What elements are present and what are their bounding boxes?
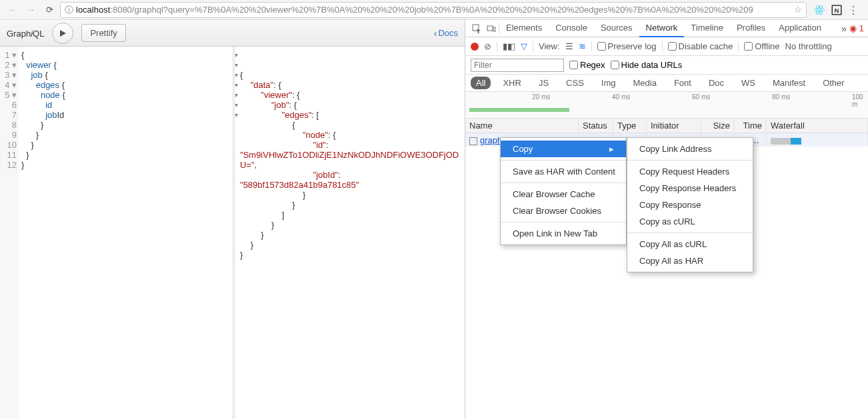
url-bar[interactable]: ⓘ localhost:8080/graphql?query=%7B%0A%20… [60,2,807,18]
context-submenu: Copy Link Address Copy Request Headers C… [627,137,753,272]
view-small-icon[interactable]: ≋ [579,41,586,51]
ctx-copy-curl[interactable]: Copy as cURL [627,213,753,230]
network-type-filters: AllXHRJSCSSImgMediaFontDocWSManifestOthe… [465,75,868,92]
result-fold-gutter: ▾▾▾▾▾▾▾ [235,50,241,120]
graphiql-panel: GraphiQL Prettify ‹ Docs 1 ▾2 ▾3 ▾4 ▾5 ▾… [0,20,465,419]
tab-network[interactable]: Network [639,20,685,37]
type-font[interactable]: Font [669,77,697,89]
forward-button[interactable]: → [23,2,39,18]
line-gutter: 1 ▾2 ▾3 ▾4 ▾5 ▾6 7 8 9 10 11 12 [0,47,19,419]
inspect-icon[interactable] [469,21,484,36]
offline-checkbox[interactable]: Offline [744,41,779,51]
context-menu: Copy▸ Save as HAR with Content Clear Bro… [500,137,627,245]
type-other[interactable]: Other [817,77,850,89]
type-ws[interactable]: WS [736,77,761,89]
network-toolbar: ⊘ ▮◧ ▽ View: ☰ ≋ Preserve log Disable ca… [465,37,868,56]
chevron-right-icon: ▸ [609,144,614,154]
ctx-copy-req-headers[interactable]: Copy Request Headers [627,163,753,180]
col-status[interactable]: Status [579,119,613,133]
filter-input[interactable] [471,59,564,72]
tab-console[interactable]: Console [549,20,594,37]
preserve-log-checkbox[interactable]: Preserve log [597,41,657,51]
ctx-clear-cache[interactable]: Clear Browser Cache [501,186,626,203]
throttle-select[interactable]: No throttling [785,41,832,51]
devtools-tabs: ElementsConsoleSourcesNetworkTimelinePro… [465,20,868,37]
ctx-copy[interactable]: Copy▸ [501,141,626,157]
request-waterfall [767,133,868,146]
more-tabs-icon[interactable]: » [841,23,847,34]
col-size[interactable]: Size [701,119,735,133]
type-manifest[interactable]: Manifest [767,77,811,89]
ctx-copy-all-har[interactable]: Copy All as HAR [627,252,753,269]
network-timeline[interactable]: 20 ms40 ms60 ms80 ms100 m [465,92,868,119]
graphiql-logo: GraphiQL [7,26,44,40]
devtools-tabs-right: » ◉1 [841,23,864,34]
back-button[interactable]: ← [4,2,20,18]
timeline-tick: 100 m [852,93,868,108]
timeline-tick: 20 ms [532,93,550,101]
ctx-copy-link[interactable]: Copy Link Address [627,141,753,157]
ctx-copy-response[interactable]: Copy Response [627,197,753,213]
star-icon[interactable]: ☆ [794,5,802,15]
col-waterfall[interactable]: Waterfall [767,119,868,133]
regex-checkbox[interactable]: Regex [569,60,605,70]
timeline-tick: 60 ms [692,93,710,101]
network-filter-row: Regex Hide data URLs [465,56,868,75]
record-button[interactable] [471,43,479,51]
ctx-clear-cookies[interactable]: Clear Browser Cookies [501,203,626,219]
ctx-copy-resp-headers[interactable]: Copy Response Headers [627,180,753,197]
type-media[interactable]: Media [627,77,661,89]
chevron-left-icon: ‹ [434,28,437,39]
type-css[interactable]: CSS [561,77,589,89]
view-large-icon[interactable]: ☰ [565,41,573,51]
row-checkbox[interactable] [469,137,477,145]
filter-icon[interactable]: ▽ [521,41,527,51]
execute-button[interactable] [52,23,73,44]
col-name[interactable]: Name [465,119,579,133]
type-xhr[interactable]: XHR [497,77,526,89]
tab-profiles[interactable]: Profiles [730,20,772,37]
info-icon: ⓘ [65,4,73,16]
react-icon[interactable] [813,4,825,16]
result-viewer: ▾▾▾▾▾▾▾ { "data": { "viewer": { "job": {… [235,47,465,419]
graphiql-toolbar: GraphiQL Prettify ‹ Docs [0,20,465,47]
svg-point-0 [819,9,821,11]
type-doc[interactable]: Doc [703,77,729,89]
network-table-header: Name Status Type Initiator Size Time Wat… [465,119,868,133]
svg-text:N: N [834,6,839,13]
tab-timeline[interactable]: Timeline [684,20,730,37]
svg-rect-8 [493,27,495,31]
reload-button[interactable]: ⟳ [41,2,57,18]
tab-elements[interactable]: Elements [499,20,549,37]
col-time[interactable]: Time [735,119,767,133]
docs-button[interactable]: ‹ Docs [434,28,458,39]
disable-cache-checkbox[interactable]: Disable cache [668,41,733,51]
ctx-copy-all-curl[interactable]: Copy All as cURL [627,236,753,252]
error-icon[interactable]: ◉ [849,23,857,33]
ctx-save-har[interactable]: Save as HAR with Content [501,163,626,180]
type-js[interactable]: JS [533,77,554,89]
extension-icons: N ⋮ [809,4,864,16]
timeline-overview-bar [469,108,569,112]
browser-toolbar: ← → ⟳ ⓘ localhost:8080/graphql?query=%7B… [0,0,868,20]
type-all[interactable]: All [471,77,491,89]
hide-urls-checkbox[interactable]: Hide data URLs [611,60,683,70]
tab-application[interactable]: Application [772,20,828,37]
error-count: 1 [859,23,864,33]
camera-icon[interactable]: ▮◧ [503,41,515,51]
query-editor[interactable]: 1 ▾2 ▾3 ▾4 ▾5 ▾6 7 8 9 10 11 12 { viewer… [0,47,235,419]
menu-icon[interactable]: ⋮ [848,4,860,16]
device-icon[interactable] [484,21,499,36]
extension-icon-2[interactable]: N [831,4,843,16]
type-img[interactable]: Img [596,77,621,89]
tab-sources[interactable]: Sources [594,20,639,37]
network-table-body: graphql 200 fetch VM51 graphq... 512 B 2… [465,133,868,419]
prettify-button[interactable]: Prettify [81,24,125,42]
timeline-tick: 80 ms [772,93,790,101]
clear-icon[interactable]: ⊘ [484,41,491,51]
query-code[interactable]: { viewer { job { edges { node { id jobId… [19,47,233,419]
col-type[interactable]: Type [613,119,647,133]
col-initiator[interactable]: Initiator [647,119,701,133]
view-label: View: [539,41,560,51]
ctx-open-tab[interactable]: Open Link in New Tab [501,225,626,242]
